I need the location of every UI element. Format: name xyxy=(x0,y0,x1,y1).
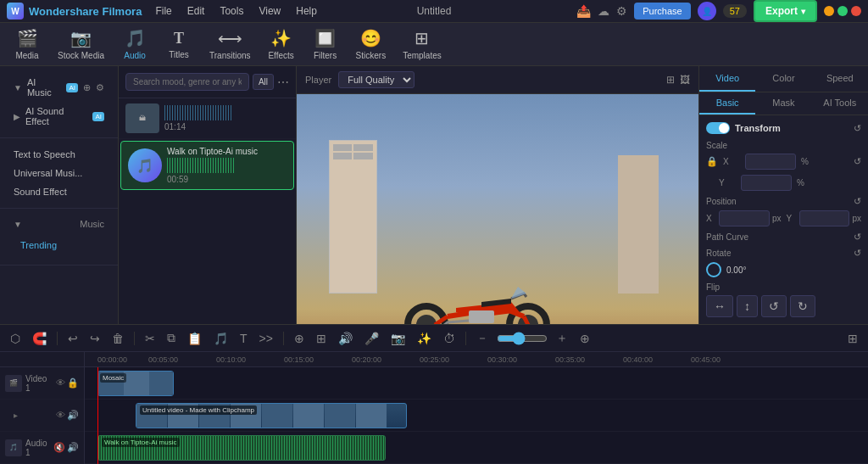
rotate-ccw-button[interactable]: ↺ xyxy=(761,295,787,317)
tl-add-clip[interactable]: ⊕ xyxy=(576,330,593,347)
left-item-ai-sound[interactable]: ▶ AI Sound Effect AI xyxy=(7,102,111,131)
left-item-universal-music[interactable]: Universal Musi... xyxy=(7,164,111,182)
add-icon[interactable]: ⊕ xyxy=(83,82,91,93)
track-vol-icon[interactable]: 🔊 xyxy=(67,410,79,421)
toolbar-media[interactable]: 🎬 Media xyxy=(7,23,47,65)
tl-undo[interactable]: ↩ xyxy=(64,330,81,347)
tl-cut[interactable]: ✂ xyxy=(142,330,159,347)
tab-color[interactable]: Color xyxy=(755,66,811,92)
tl-redo[interactable]: ↪ xyxy=(86,330,103,347)
tab-basic[interactable]: Basic xyxy=(699,92,755,115)
quality-select[interactable]: Full Quality xyxy=(338,71,415,88)
menu-view[interactable]: View xyxy=(252,2,287,20)
menu-tools[interactable]: Tools xyxy=(213,2,250,20)
audio-item-1[interactable]: 🏔 01:14 xyxy=(119,98,296,139)
menu-help[interactable]: Help xyxy=(289,2,324,20)
thumb-5 xyxy=(262,404,292,428)
track-name-audio1: Audio 1 xyxy=(25,439,50,457)
menu-file[interactable]: File xyxy=(148,2,178,20)
settings-icon[interactable]: ⚙ xyxy=(616,4,627,18)
transform-toggle[interactable] xyxy=(706,122,730,134)
track-mute-icon[interactable]: 🔇 xyxy=(53,442,65,453)
left-item-ai-music[interactable]: ▼ AI Music AI ⊕ ⚙ xyxy=(7,73,111,102)
minimize-button[interactable] xyxy=(824,6,834,16)
path-curve-reset[interactable]: ↺ xyxy=(854,232,861,243)
track-eye-icon-b[interactable]: 👁 xyxy=(56,410,65,421)
tl-audio-tools[interactable]: 🔊 xyxy=(335,330,356,347)
clip-main-video[interactable]: Untitled video - Made with Clipchamp xyxy=(136,403,407,428)
transform-reset-icon[interactable]: ↺ xyxy=(854,123,861,134)
timeline-zoom-slider[interactable] xyxy=(497,332,548,345)
tl-tools-2[interactable]: ⊞ xyxy=(313,330,330,347)
rotate-reset[interactable]: ↺ xyxy=(854,248,861,259)
tab-speed[interactable]: Speed xyxy=(812,66,868,92)
settings-small-icon[interactable]: ⚙ xyxy=(96,82,104,93)
menu-edit[interactable]: Edit xyxy=(181,2,212,20)
purchase-button[interactable]: Purchase xyxy=(634,3,690,20)
more-options-icon[interactable]: ⋯ xyxy=(277,75,289,89)
grid-view-icon[interactable]: ⊞ xyxy=(666,74,675,86)
toolbar-titles[interactable]: T Titles xyxy=(159,25,199,64)
tl-paste[interactable]: 📋 xyxy=(184,330,205,347)
tl-zoom-in[interactable]: ＋ xyxy=(553,329,571,348)
tl-tool-magnet[interactable]: 🧲 xyxy=(29,330,50,347)
flip-vertical-button[interactable]: ↕ xyxy=(737,295,758,317)
toolbar-stock-media[interactable]: 📷 Stock Media xyxy=(51,23,111,65)
scale-x-input[interactable]: 100.00 xyxy=(745,154,796,170)
scale-y-input[interactable]: 100.00 xyxy=(741,175,792,191)
screenshot-icon[interactable]: 🖼 xyxy=(680,74,690,86)
tl-effect[interactable]: ✨ xyxy=(414,330,435,347)
toolbar-stickers[interactable]: 😊 Stickers xyxy=(349,23,393,65)
toolbar-templates[interactable]: ⊞ Templates xyxy=(396,23,448,65)
tl-zoom-out[interactable]: － xyxy=(473,329,492,348)
rotate-cw-button[interactable]: ↻ xyxy=(790,295,815,317)
tl-delete[interactable]: 🗑 xyxy=(108,330,127,347)
rotate-value: 0.00° xyxy=(726,266,746,275)
tl-mic[interactable]: 🎤 xyxy=(361,330,382,347)
clip-mosaic[interactable]: Mosaic xyxy=(97,371,174,396)
export-label: Export xyxy=(765,5,798,17)
scale-x-reset[interactable]: ↺ xyxy=(854,156,861,167)
timeline-tracks-right[interactable]: 00:00:00 00:05:00 00:10:00 00:15:00 00:2… xyxy=(85,352,868,464)
position-reset[interactable]: ↺ xyxy=(854,196,861,207)
tl-audio-extract[interactable]: 🎵 xyxy=(210,330,231,347)
close-button[interactable] xyxy=(851,6,861,16)
filter-all-button[interactable]: All xyxy=(253,74,274,90)
tl-settings[interactable]: ⊞ xyxy=(844,330,861,347)
left-item-sound-effect[interactable]: Sound Effect xyxy=(7,182,111,201)
tl-tool-select[interactable]: ⬡ xyxy=(7,330,24,347)
clip-audio-walk[interactable]: Walk on Tiptoe-Ai music xyxy=(97,435,386,461)
tl-snapshot[interactable]: 📷 xyxy=(387,330,409,347)
search-input[interactable] xyxy=(125,73,249,91)
track-eye-icon[interactable]: 👁 xyxy=(56,377,65,389)
toolbar-filters[interactable]: 🔲 Filters xyxy=(305,23,346,65)
position-y-input[interactable]: 0.00 xyxy=(799,210,850,226)
tl-add-track[interactable]: ⊕ xyxy=(291,330,308,347)
track-vol-icon-a[interactable]: 🔊 xyxy=(67,442,79,453)
tab-mask[interactable]: Mask xyxy=(755,92,811,115)
clip-audio-label: Walk on Tiptoe-Ai music xyxy=(102,438,180,447)
export-button[interactable]: Export ▾ xyxy=(754,0,817,22)
transitions-label: Transitions xyxy=(209,51,251,60)
rotate-dial[interactable] xyxy=(706,262,721,277)
share-icon[interactable]: 📤 xyxy=(576,4,591,18)
tl-copy[interactable]: ⧉ xyxy=(164,329,179,347)
position-x-input[interactable]: 0.00 xyxy=(719,210,770,226)
tl-more[interactable]: >> xyxy=(256,330,276,347)
cloud-icon[interactable]: ☁ xyxy=(598,4,609,18)
left-item-trending[interactable]: Trending xyxy=(7,232,111,258)
tl-text[interactable]: T xyxy=(236,330,251,347)
toolbar-effects[interactable]: ✨ Effects xyxy=(261,23,302,65)
filters-label: Filters xyxy=(314,51,337,60)
track-lock-icon[interactable]: 🔒 xyxy=(67,377,79,389)
toolbar-transitions[interactable]: ⟷ Transitions xyxy=(203,23,258,65)
tl-speed[interactable]: ⏱ xyxy=(440,330,459,347)
left-item-text-to-speech[interactable]: Text to Speech xyxy=(7,145,111,164)
audio-title-2: Walk on Tiptoe-Ai music xyxy=(167,147,287,156)
audio-item-2[interactable]: 🎵 Walk on Tiptoe-Ai music 00:59 xyxy=(120,141,294,190)
tab-video[interactable]: Video xyxy=(699,66,755,92)
tab-ai-tools[interactable]: AI Tools xyxy=(812,92,868,115)
toolbar-audio[interactable]: 🎵 Audio xyxy=(114,23,155,65)
flip-horizontal-button[interactable]: ↔ xyxy=(706,295,733,317)
maximize-button[interactable] xyxy=(837,6,848,16)
